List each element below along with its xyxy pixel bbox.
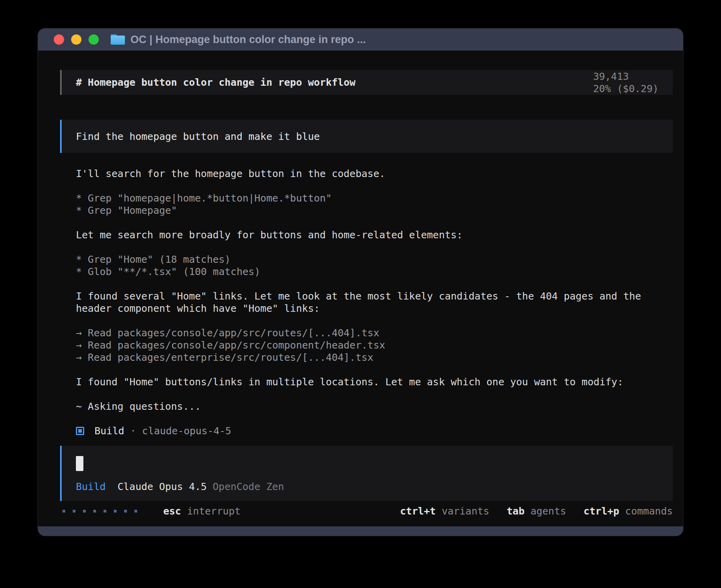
spinner-dots [62, 510, 137, 513]
user-message-text: Find the homepage button and make it blu… [76, 130, 320, 143]
folder-icon [111, 34, 125, 45]
traffic-lights [54, 34, 99, 45]
assistant-paragraph: I found several "Home" links. Let me loo… [60, 290, 673, 315]
session-header: # Homepage button color change in repo w… [60, 70, 673, 95]
title-bar[interactable]: OC | Homepage button color change in rep… [38, 28, 683, 51]
minimize-button[interactable] [71, 34, 81, 45]
session-stats: 39,413 20% ($0.29) [545, 58, 659, 107]
status-line: ~ Asking questions... [60, 400, 673, 413]
model-name[interactable]: Claude Opus 4.5 [117, 481, 207, 493]
agent-model: claude-opus-4-5 [142, 425, 231, 437]
agent-row: Build · claude-opus-4-5 [60, 425, 673, 437]
hint-variants[interactable]: ctrl+t variants [400, 505, 489, 517]
assistant-paragraph: I found "Home" buttons/links in multiple… [60, 376, 673, 388]
ctrl-p-key[interactable]: ctrl+p [583, 505, 619, 517]
tool-call-read: → Read packages/console/app/src/componen… [60, 339, 673, 351]
terminal-content: # Homepage button color change in repo w… [38, 51, 683, 526]
tool-call-read: → Read packages/enterprise/src/routes/[.… [60, 351, 673, 364]
window-title: OC | Homepage button color change in rep… [130, 34, 366, 46]
tool-call-read: → Read packages/console/app/src/routes/[… [60, 327, 673, 339]
tool-call-group: * Grep "homepage|home.*button|Home.*butt… [60, 192, 673, 217]
terminal-window: OC | Homepage button color change in rep… [38, 28, 683, 536]
footer-left: esc interrupt [62, 505, 241, 517]
ctrl-t-key[interactable]: ctrl+t [400, 505, 436, 517]
zoom-button[interactable] [89, 34, 99, 45]
esc-key[interactable]: esc [163, 505, 181, 517]
hint-agents[interactable]: tab agents [507, 505, 566, 517]
tool-call-grep: * Grep "Homepage" [60, 204, 673, 217]
mode-indicator[interactable]: Build [76, 481, 106, 493]
footer-bar: esc interrupt ctrl+t variants tab agents… [60, 505, 673, 517]
hint-commands[interactable]: ctrl+p commands [583, 505, 673, 517]
tab-key[interactable]: tab [507, 505, 525, 517]
agent-separator: · [130, 425, 136, 437]
close-button[interactable] [54, 34, 64, 45]
assistant-paragraph: I'll search for the homepage button in t… [60, 168, 673, 180]
model-row: Build Claude Opus 4.5 OpenCode Zen [76, 481, 659, 493]
esc-key-label: interrupt [187, 505, 240, 517]
ctrl-t-label: variants [442, 505, 489, 517]
tool-call-grep: * Grep "homepage|home.*button|Home.*butt… [60, 192, 673, 204]
footer-right: ctrl+t variants tab agents ctrl+p comman… [383, 505, 673, 517]
context-cost: 20% ($0.29) [593, 83, 659, 94]
prompt-input[interactable]: Build Claude Opus 4.5 OpenCode Zen [60, 446, 673, 501]
ctrl-p-label: commands [625, 505, 673, 517]
text-cursor [76, 456, 83, 471]
tool-call-glob: * Glob "**/*.tsx" (100 matches) [60, 266, 673, 278]
tool-call-grep: * Grep "Home" (18 matches) [60, 253, 673, 266]
token-count: 39,413 [593, 71, 629, 82]
agent-name: Build [94, 425, 124, 437]
assistant-paragraph: Let me search more broadly for buttons a… [60, 229, 673, 241]
user-message: Find the homepage button and make it blu… [60, 120, 673, 153]
tool-call-group: * Grep "Home" (18 matches) * Glob "**/*.… [60, 253, 673, 278]
agent-build-icon [76, 427, 84, 435]
tab-label: agents [530, 505, 566, 517]
session-title: # Homepage button color change in repo w… [76, 76, 355, 89]
tool-call-group: → Read packages/console/app/src/routes/[… [60, 327, 673, 364]
model-provider: OpenCode Zen [213, 481, 284, 493]
